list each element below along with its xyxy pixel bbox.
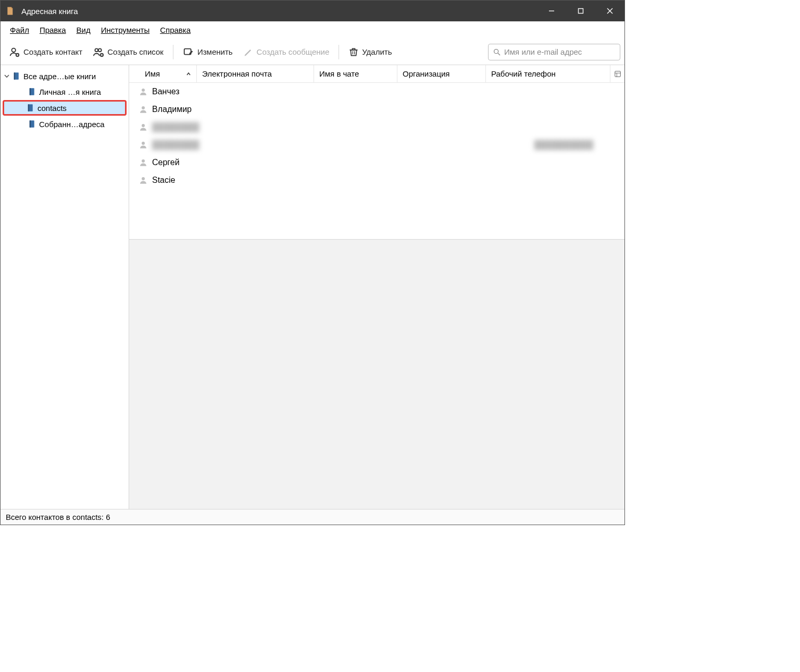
svg-rect-25 <box>30 120 31 128</box>
minimize-button[interactable] <box>537 1 566 21</box>
svg-point-31 <box>142 124 145 127</box>
person-icon <box>139 87 148 96</box>
svg-point-4 <box>12 48 16 52</box>
tree-root-label: Все адре…ые книги <box>23 72 96 81</box>
book-icon <box>26 103 35 113</box>
contact-row[interactable]: Владимир <box>129 101 624 118</box>
delete-label: Удалить <box>362 47 392 56</box>
content-pane: Имя Электронная почта Имя в чате Организ… <box>129 65 624 509</box>
contact-name: Ванчез <box>152 87 334 96</box>
column-name-label: Имя <box>145 69 160 78</box>
person-plus-icon <box>9 46 20 58</box>
edit-card-icon <box>183 46 194 58</box>
person-icon <box>139 158 148 167</box>
toolbar-separator <box>339 45 339 59</box>
menu-view[interactable]: Вид <box>71 23 96 36</box>
column-org-label: Организация <box>403 69 449 78</box>
contact-row[interactable]: Stacie <box>129 171 624 189</box>
contact-name: ████████ <box>152 122 334 132</box>
svg-point-32 <box>142 142 145 145</box>
svg-point-16 <box>494 49 498 53</box>
contact-row[interactable]: ██████████████████ <box>129 136 624 154</box>
person-icon <box>139 176 148 185</box>
book-icon <box>12 71 21 81</box>
status-text: Всего контактов в contacts: 6 <box>6 513 110 521</box>
tree-item-personal[interactable]: Личная …я книга <box>1 84 129 99</box>
svg-point-8 <box>95 48 98 52</box>
tree-root[interactable]: Все адре…ые книги <box>1 68 129 84</box>
toolbar: Создать контакт Создать список Изменить … <box>1 39 624 65</box>
contact-row[interactable]: Сергей <box>129 154 624 171</box>
svg-rect-19 <box>14 72 15 80</box>
column-email-label: Электронная почта <box>202 69 272 78</box>
column-email[interactable]: Электронная почта <box>197 65 314 82</box>
delete-button[interactable]: Удалить <box>344 45 396 59</box>
toolbar-separator <box>173 45 173 59</box>
svg-point-29 <box>142 89 145 92</box>
menubar: Файл Правка Вид Инструменты Справка <box>1 21 624 39</box>
contact-row[interactable]: ████████ <box>129 118 624 136</box>
tree-item-label: Собранн…адреса <box>39 120 105 129</box>
pencil-icon <box>243 47 254 57</box>
tree-item-label: contacts <box>38 104 67 113</box>
search-field[interactable] <box>488 44 620 60</box>
people-plus-icon <box>93 46 104 58</box>
svg-point-30 <box>142 106 145 109</box>
window-controls <box>537 1 624 21</box>
column-picker-button[interactable] <box>610 65 624 82</box>
details-pane <box>129 239 624 509</box>
column-phone[interactable]: Рабочий телефон <box>486 65 610 82</box>
svg-rect-26 <box>615 71 620 77</box>
tree-item-label: Личная …я книга <box>39 88 101 96</box>
contact-name: Сергей <box>152 158 334 167</box>
contact-list: ВанчезВладимир██████████████████████████… <box>129 83 624 239</box>
titlebar: Адресная книга <box>1 1 624 21</box>
contact-name: Stacie <box>152 176 334 185</box>
menu-edit[interactable]: Правка <box>34 23 71 36</box>
new-contact-button[interactable]: Создать контакт <box>5 44 86 60</box>
new-list-button[interactable]: Создать список <box>89 44 168 60</box>
new-list-label: Создать список <box>107 47 164 56</box>
tree-item-collected[interactable]: Собранн…адреса <box>1 116 129 132</box>
menu-help[interactable]: Справка <box>155 23 196 36</box>
main-area: Все адре…ые книги Личная …я книга contac… <box>1 65 624 509</box>
sidebar: Все адре…ые книги Личная …я книга contac… <box>1 65 129 509</box>
svg-rect-21 <box>30 88 31 95</box>
person-icon <box>139 140 148 150</box>
book-icon <box>28 119 37 129</box>
contact-name: ████████ <box>152 140 334 150</box>
window-title: Адресная книга <box>21 7 537 16</box>
book-icon <box>28 87 37 96</box>
close-button[interactable] <box>595 1 624 21</box>
compose-button[interactable]: Создать сообщение <box>239 45 334 59</box>
person-icon <box>139 122 148 132</box>
svg-point-33 <box>142 159 145 163</box>
contact-row[interactable]: Ванчез <box>129 83 624 101</box>
column-headers: Имя Электронная почта Имя в чате Организ… <box>129 65 624 83</box>
person-icon <box>139 105 148 114</box>
tree-item-contacts[interactable]: contacts <box>3 100 127 116</box>
svg-rect-1 <box>579 9 583 14</box>
search-input[interactable] <box>504 47 616 56</box>
edit-label: Изменить <box>197 47 233 56</box>
svg-line-17 <box>498 53 500 55</box>
svg-rect-23 <box>28 104 29 111</box>
sort-asc-icon <box>186 71 191 77</box>
column-name[interactable]: Имя <box>129 65 197 82</box>
column-phone-label: Рабочий телефон <box>491 69 556 78</box>
column-chat[interactable]: Имя в чате <box>314 65 397 82</box>
contact-phone: ██████████ <box>534 140 593 150</box>
chevron-down-icon <box>4 73 10 79</box>
new-contact-label: Создать контакт <box>23 47 82 56</box>
menu-tools[interactable]: Инструменты <box>96 23 155 36</box>
trash-icon <box>348 47 359 57</box>
column-chat-label: Имя в чате <box>319 69 359 78</box>
menu-file[interactable]: Файл <box>5 23 34 36</box>
svg-point-34 <box>142 177 145 180</box>
column-org[interactable]: Организация <box>397 65 486 82</box>
contact-name: Владимир <box>152 105 334 114</box>
svg-point-9 <box>98 48 102 52</box>
maximize-button[interactable] <box>566 1 595 21</box>
edit-button[interactable]: Изменить <box>179 44 237 60</box>
app-icon <box>6 6 16 16</box>
